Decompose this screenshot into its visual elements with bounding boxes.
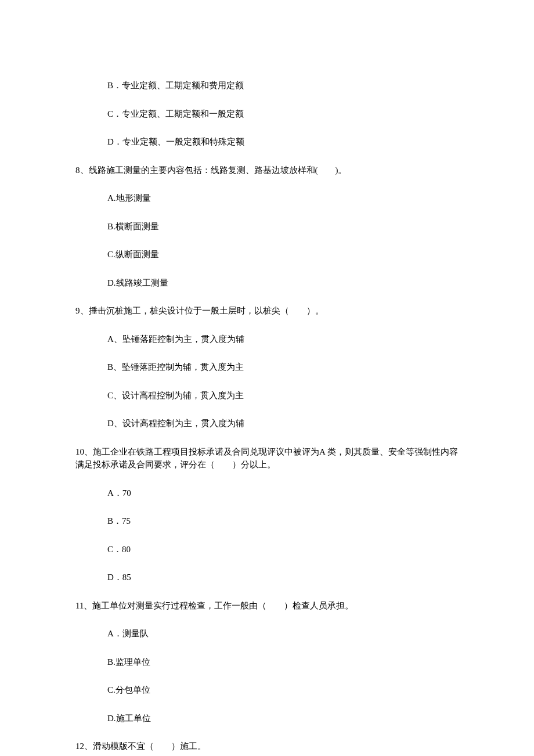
q8-stem: 8、线路施工测量的主要内容包括：线路复测、路基边坡放样和( )。 <box>75 164 459 177</box>
q11-option-d: D.施工单位 <box>107 712 459 725</box>
q11-option-b: B.监理单位 <box>107 656 459 669</box>
document-page: B．专业定额、工期定额和费用定额 C．专业定额、工期定额和一般定额 D．专业定额… <box>0 0 534 756</box>
q10-option-c: C．80 <box>107 543 459 556</box>
q9-option-c: C、设计高程控制为辅，贯入度为主 <box>107 389 459 402</box>
q8-option-a: A.地形测量 <box>107 192 459 205</box>
q8-option-d: D.线路竣工测量 <box>107 276 459 290</box>
q7-option-b: B．专业定额、工期定额和费用定额 <box>107 79 459 92</box>
q9-option-a: A、坠锤落距控制为主，贯入度为辅 <box>107 333 459 346</box>
q11-option-a: A．测量队 <box>107 627 459 640</box>
q10-option-a: A．70 <box>107 487 459 500</box>
q7-option-d: D．专业定额、一般定额和特殊定额 <box>107 135 459 149</box>
q9-stem: 9、捶击沉桩施工，桩尖设计位于一般土层时，以桩尖（ ）。 <box>75 304 459 318</box>
q10-option-d: D．85 <box>107 571 459 584</box>
q11-option-c: C.分包单位 <box>107 683 459 697</box>
q7-option-c: C．专业定额、工期定额和一般定额 <box>107 107 459 121</box>
q10-option-b: B．75 <box>107 514 459 528</box>
q8-option-b: B.横断面测量 <box>107 220 459 233</box>
q9-option-b: B、坠锤落距控制为辅，贯入度为主 <box>107 361 459 374</box>
q9-option-d: D、设计高程控制为主，贯入度为辅 <box>107 417 459 430</box>
q11-stem: 11、施工单位对测量实行过程检查，工作一般由（ ）检查人员承担。 <box>75 599 459 613</box>
q10-stem: 10、施工企业在铁路工程项目投标承诺及合同兑现评议中被评为A 类，则其质量、安全… <box>75 445 459 471</box>
q8-option-c: C.纵断面测量 <box>107 248 459 261</box>
q12-stem: 12、滑动模版不宜（ ）施工。 <box>75 740 459 753</box>
